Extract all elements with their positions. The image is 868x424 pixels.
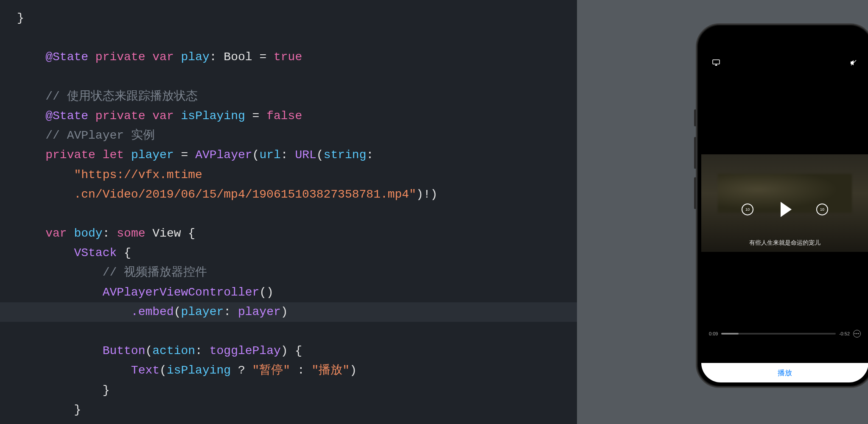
decorator: @State: [45, 50, 88, 64]
svg-rect-0: [713, 60, 720, 64]
var-body: body: [74, 227, 102, 240]
param-string: string: [324, 148, 367, 162]
keyword-var: var: [152, 50, 174, 64]
call-button: Button: [103, 344, 146, 357]
rewind-10-button[interactable]: 10: [742, 203, 753, 215]
status-bar: [701, 29, 868, 50]
comment: // 使用状态来跟踪播放状态: [45, 90, 197, 103]
keyword-var: var: [45, 227, 67, 240]
call-avpvc: AVPlayerViewController: [103, 286, 260, 299]
bool-true: true: [274, 50, 302, 64]
scrubber-track[interactable]: [721, 333, 836, 335]
var-play: play: [181, 50, 210, 64]
var-isplaying-ref: isPlaying: [167, 364, 231, 377]
param-url: url: [259, 148, 280, 162]
bool-false: false: [266, 109, 302, 123]
string-pause: "暂停": [252, 364, 291, 377]
keyword-private: private: [95, 50, 146, 64]
play-button[interactable]: [781, 201, 792, 217]
call-embed: .embed: [131, 305, 174, 318]
mute-switch: [694, 109, 696, 126]
call-text: Text: [131, 364, 160, 377]
play-toggle-button[interactable]: 播放: [701, 363, 868, 382]
phone-mockup: 有些人生来就是命运的宠儿 10 10 0:09 -0:52 ••• 播放: [696, 23, 868, 388]
volume-up-button: [694, 137, 696, 169]
keyword-some: some: [117, 227, 145, 240]
call-avplayer: AVPlayer: [195, 148, 252, 162]
more-icon[interactable]: •••: [853, 330, 861, 338]
type-view: View: [152, 227, 181, 240]
string-play: "播放": [312, 364, 350, 377]
forward-10-button[interactable]: 10: [816, 203, 828, 215]
keyword-var: var: [152, 109, 174, 123]
string-literal: "https://vfx.mtime: [74, 168, 202, 181]
airplay-icon[interactable]: [712, 59, 720, 68]
type-bool: Bool: [224, 50, 252, 64]
keyword-let: let: [103, 148, 124, 162]
volume-down-button: [694, 177, 696, 209]
string-literal: .cn/Video/2019/06/15/mp4/190615103827358…: [74, 188, 416, 201]
comment: // 视频播放器控件: [103, 266, 207, 279]
brace: }: [17, 11, 24, 25]
param-player: player: [181, 305, 224, 318]
call-vstack: VStack: [74, 246, 117, 259]
time-remaining: -0:52: [839, 331, 850, 336]
func-toggleplay: togglePlay: [210, 344, 281, 357]
mute-icon[interactable]: [850, 59, 857, 68]
arg-player: player: [238, 305, 281, 318]
preview-panel: 有些人生来就是命运的宠儿 10 10 0:09 -0:52 ••• 播放: [577, 0, 868, 424]
var-player: player: [131, 148, 174, 162]
param-action: action: [152, 344, 195, 357]
decorator: @State: [45, 109, 88, 123]
code-editor[interactable]: } @State private var play: Bool = true /…: [0, 0, 577, 424]
time-current: 0:09: [709, 331, 718, 336]
keyword-private: private: [45, 148, 95, 162]
call-url: URL: [295, 148, 316, 162]
comment: // AVPlayer 实例: [45, 129, 155, 142]
phone-screen: 有些人生来就是命运的宠儿 10 10 0:09 -0:52 ••• 播放: [701, 29, 868, 382]
keyword-private: private: [95, 109, 146, 123]
video-player[interactable]: 有些人生来就是命运的宠儿 10 10 0:09 -0:52 •••: [701, 68, 868, 363]
var-isplaying: isPlaying: [181, 109, 245, 123]
highlighted-line: .embed(player: player): [0, 302, 577, 322]
scrubber-progress: [721, 333, 738, 335]
subtitle-text: 有些人生来就是命运的宠儿: [701, 239, 868, 247]
